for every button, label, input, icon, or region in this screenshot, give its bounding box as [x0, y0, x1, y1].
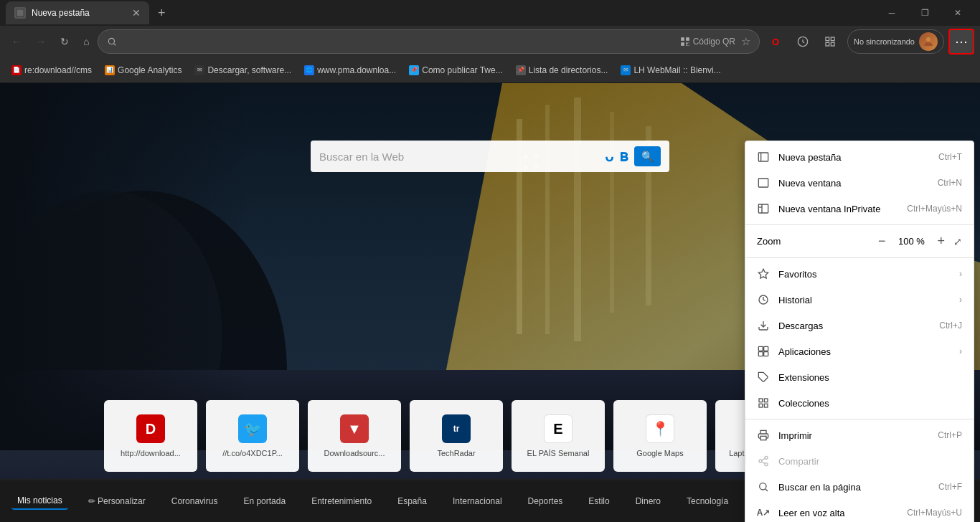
search-container: Buscar en la Web ᴗ ʙ 🔍: [311, 141, 669, 172]
quick-link-icon-downloadsource: ▼: [340, 414, 369, 443]
search-button[interactable]: 🔍: [634, 146, 661, 166]
bookmark-item-directorios[interactable]: 📌 Lista de directorios...: [510, 62, 614, 78]
bookmark-item-analytics[interactable]: 📊 Google Analytics: [99, 62, 187, 78]
quick-link-icon-techradar: tr: [442, 414, 471, 443]
menu-shortcut-private: Ctrl+Mayús+N: [907, 204, 962, 214]
news-item-misnoticias[interactable]: Mis noticias: [11, 493, 68, 510]
bookmark-item-cms[interactable]: 📄 re:download//cms: [6, 62, 98, 78]
news-item-espana[interactable]: España: [392, 493, 433, 509]
main-menu-button[interactable]: ⋯: [948, 29, 974, 54]
forward-button[interactable]: →: [30, 32, 52, 52]
share-icon: [757, 455, 770, 468]
search-placeholder: Buscar en la Web: [319, 151, 599, 163]
menu-label-extensions: Extensiones: [778, 372, 962, 383]
close-button[interactable]: ✕: [941, 0, 974, 26]
bookmark-item-webmail[interactable]: ✉ LH WebMail :: Bienvi...: [615, 62, 726, 78]
svg-line-51: [762, 458, 765, 460]
zoom-plus-button[interactable]: +: [934, 231, 948, 252]
svg-rect-4: [681, 37, 684, 41]
menu-item-print[interactable]: Imprimir Ctrl+P: [745, 422, 974, 448]
menu-item-new-tab[interactable]: Nueva pestaña Ctrl+T: [745, 144, 974, 170]
menu-label-read-aloud: Leer en voz alta: [778, 508, 898, 518]
news-item-internacional[interactable]: Internacional: [447, 493, 508, 509]
menu-item-collections[interactable]: Colecciones: [745, 390, 974, 416]
url-bar[interactable]: Código QR ☆: [98, 29, 760, 54]
quick-link-twitter[interactable]: 🐦 //t.co/o4XDC1P...: [206, 400, 299, 472]
news-item-portada[interactable]: En portada: [237, 493, 291, 509]
news-item-tecnologia[interactable]: Tecnología: [681, 493, 734, 509]
qr-code-button[interactable]: Código QR: [680, 37, 735, 47]
favorites-arrow-icon: ›: [959, 269, 962, 279]
menu-shortcut-new-tab: Ctrl+T: [938, 152, 962, 162]
menu-item-private[interactable]: Nueva ventana InPrivate Ctrl+Mayús+N: [745, 196, 974, 222]
home-button[interactable]: ⌂: [77, 32, 95, 52]
svg-point-48: [759, 460, 762, 462]
url-input[interactable]: [123, 36, 674, 47]
menu-item-favorites[interactable]: Favoritos ›: [745, 261, 974, 287]
news-item-dinero[interactable]: Dinero: [630, 493, 666, 509]
quick-link-googlemaps[interactable]: 📍 Google Maps: [613, 400, 707, 472]
svg-rect-43: [764, 399, 768, 402]
tab-close-button[interactable]: ✕: [132, 7, 141, 19]
quick-link-icon-download: D: [136, 414, 165, 443]
tracking-icon[interactable]: [790, 29, 816, 54]
menu-item-history[interactable]: Historial ›: [745, 287, 974, 313]
quick-link-label-googlemaps: Google Maps: [621, 449, 699, 457]
news-item-deportes[interactable]: Deportes: [522, 493, 569, 509]
apps-icon: [757, 345, 770, 358]
menu-item-read-aloud[interactable]: A↗ Leer en voz alta Ctrl+Mayús+U: [745, 500, 974, 522]
menu-divider-2: [745, 257, 974, 258]
news-item-estilo[interactable]: Estilo: [583, 493, 615, 509]
opera-icon[interactable]: O: [763, 29, 788, 54]
bookmark-label-cms: re:download//cms: [24, 65, 92, 75]
back-button[interactable]: ←: [6, 32, 27, 52]
menu-shortcut-find: Ctrl+F: [938, 482, 962, 492]
window-controls: ─ ❐ ✕: [875, 0, 974, 26]
search-icon: [107, 37, 117, 47]
bookmark-label-directorios: Lista de directorios...: [529, 65, 608, 75]
bookmarks-bar: 📄 re:download//cms 📊 Google Analytics ✉ …: [0, 57, 980, 83]
qr-icon: [680, 37, 690, 47]
quick-link-elpais[interactable]: E EL PAÍS Semanal: [512, 400, 605, 472]
menu-item-apps[interactable]: Aplicaciones ›: [745, 338, 974, 364]
toolbar-icons: O No sincronizando ⋯: [763, 29, 974, 54]
reload-button[interactable]: ↻: [55, 32, 75, 52]
news-item-entretenimiento[interactable]: Entretenimiento: [306, 493, 377, 509]
bookmark-item-twitter[interactable]: 📌 Como publicar Twe...: [403, 62, 509, 78]
bookmark-item-pma[interactable]: 🌐 www.pma.downloa...: [298, 62, 402, 78]
news-item-coronavirus[interactable]: Coronavirus: [166, 493, 224, 509]
quick-link-icon-elpais: E: [544, 414, 573, 443]
svg-rect-10: [688, 45, 689, 46]
favorites-star-icon[interactable]: ☆: [741, 35, 750, 48]
browser-content: Buscar en la Web ᴗ ʙ 🔍 D http://download…: [0, 83, 980, 522]
menu-item-share[interactable]: Compartir: [745, 448, 974, 474]
quick-link-download[interactable]: D http://download...: [104, 400, 197, 472]
bookmark-item-descargar[interactable]: ✉ Descargar, software...: [189, 62, 297, 78]
svg-point-52: [760, 483, 766, 490]
zoom-minus-button[interactable]: −: [875, 231, 889, 252]
menu-shortcut-read-aloud: Ctrl+Mayús+U: [907, 508, 962, 518]
search-box[interactable]: Buscar en la Web ᴗ ʙ 🔍: [311, 141, 669, 172]
zoom-value: 100 %: [894, 236, 928, 247]
bookmark-label-twitter: Como publicar Twe...: [422, 65, 503, 75]
active-tab[interactable]: Nueva pestaña ✕: [6, 1, 149, 24]
menu-item-extensions[interactable]: Extensiones: [745, 364, 974, 390]
new-tab-button[interactable]: +: [152, 3, 171, 24]
profile-button[interactable]: No sincronizando: [847, 29, 944, 54]
zoom-expand-button[interactable]: ⤢: [953, 236, 962, 247]
bookmark-favicon-directorios: 📌: [516, 65, 526, 75]
collections-menu-icon: [757, 397, 770, 409]
news-item-personalizar[interactable]: ✏ Personalizar: [83, 493, 151, 509]
print-icon: [757, 429, 770, 442]
menu-item-new-window[interactable]: Nueva ventana Ctrl+N: [745, 170, 974, 196]
menu-item-downloads[interactable]: Descargas Ctrl+J: [745, 313, 974, 338]
quick-link-techradar[interactable]: tr TechRadar: [410, 400, 503, 472]
collections-icon[interactable]: [817, 29, 843, 54]
svg-rect-13: [826, 42, 829, 46]
minimize-button[interactable]: ─: [875, 0, 908, 26]
bookmark-favicon-cms: 📄: [11, 65, 22, 75]
quick-link-downloadsource[interactable]: ▼ Downloadsourc...: [308, 400, 401, 472]
maximize-button[interactable]: ❐: [908, 0, 941, 26]
menu-item-find[interactable]: Buscar en la página Ctrl+F: [745, 474, 974, 500]
svg-rect-6: [681, 42, 684, 46]
